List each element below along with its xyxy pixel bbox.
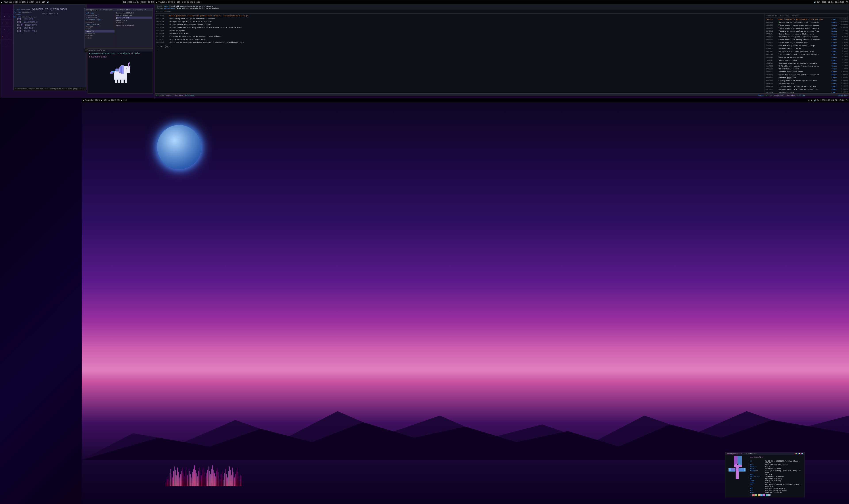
taskbar-sep-b: ■ xyxy=(101,99,102,102)
neo-info: emmet@snowfire ──────────────── OS: NixO… xyxy=(750,456,804,496)
git-commit-row-r[interactable]: 7f0946c ○ Fix for nix parser on install.… xyxy=(766,44,848,47)
todos-section: TODOs (14)_ xyxy=(156,45,763,52)
git-commit-row-r[interactable]: a560f54 ○ Trying some new power optimiza… xyxy=(766,79,848,82)
neo-logo xyxy=(726,456,748,483)
git-commit-row[interactable]: ef0c5bb ○ Switching back to gh as screen… xyxy=(156,17,763,20)
monitor-top-right: ▶ Youtube 100% ■ 59% ■ 100% 1% ■ 11% 🔊 S… xyxy=(155,0,849,96)
spectrum-bar xyxy=(170,469,171,486)
fm-header: emmet@snowfire: /home/emmet/.dotfiles/th… xyxy=(85,8,152,11)
taskbar-youtube-b[interactable]: Youtube xyxy=(85,99,93,102)
fm-item[interactable]: zenburn xyxy=(85,37,114,39)
fm-item[interactable]: selenized-light xyxy=(85,19,114,21)
git-commit-row-r[interactable]: df4eee9 ○ 3d printing is cool Emmet 1 we… xyxy=(766,68,848,70)
spectrum-bar xyxy=(166,482,166,486)
poke-sprite xyxy=(88,58,152,87)
qute-menu-history[interactable]: [S h] [History] xyxy=(17,24,83,26)
spectrum-bar xyxy=(178,472,179,486)
git-commit-row-r[interactable]: a2368b0 ○ Reverted to original uwunicorn… xyxy=(766,35,848,38)
neo-host-line: Host: ASUS COMPUTER INC. G513V xyxy=(750,464,804,466)
fm-item[interactable]: ald-hope xyxy=(85,12,114,14)
git-commit-row-r[interactable]: cef4238 ○ Updated uwunicorn theme Emmet … xyxy=(766,70,848,73)
git-commit-row-r[interactable]: 5b0f71b ○ Getting rid of some electron p… xyxy=(766,50,848,53)
color-swatch xyxy=(758,494,760,496)
spectrum-bar xyxy=(173,471,174,486)
fm-file-item[interactable]: background1.txt xyxy=(115,14,152,17)
color-swatch xyxy=(768,494,771,496)
neo-os-line: OS: NixOS 23.11.20231192.fa8086ad (Tapir… xyxy=(750,460,804,464)
git-commit-row-r[interactable]: 70a3f1c ○ Added magit-todos Emmet 1 week xyxy=(766,59,848,62)
fm-item[interactable]: twilight xyxy=(85,26,114,28)
git-commit-row-r[interactable]: c000313 ○ Cleaned up magit config Emmet … xyxy=(766,56,848,58)
spectrum-bar xyxy=(205,472,205,486)
git-commit-row-r[interactable]: 2774c0c ○ Extra lines to ensure flakes w… xyxy=(766,33,848,35)
bottom-moon xyxy=(157,125,201,169)
taskbar-icons: 🔊 xyxy=(47,1,49,3)
qute-menu-newtab[interactable]: [t] [New tab] xyxy=(17,27,83,30)
fm-right-panel: background256.txt background1.txt polari… xyxy=(115,11,152,48)
git-commit-row[interactable]: 53f97d3 ○ Testing if auto-cpufreq is sys… xyxy=(156,35,763,38)
git-commit-row-r[interactable]: bc318cc ○ Updated install notes Emmet 1 … xyxy=(766,47,848,50)
git-commit-row-r[interactable]: c1c7253 ○ I finally got agenda + syncthi… xyxy=(766,65,848,68)
git-commit-row[interactable]: bad2003 ○ Updated system xyxy=(156,29,763,32)
git-commit-row-r[interactable]: c39b760 ● Fixes recent qutebrowser updat… xyxy=(766,24,848,26)
spectrum-bar xyxy=(198,471,199,486)
git-commit-row[interactable]: a2650a0 ○ Reverted to original uwunicorn… xyxy=(156,41,763,43)
file-manager: emmet@snowfire: /home/emmet/.dotfiles/th… xyxy=(84,8,153,49)
git-commit-row[interactable]: f0b076d ○ Ranger dnd optimization + qb f… xyxy=(156,20,763,23)
git-commit-row[interactable]: 8780cd8 ○ Fixes flake not building when … xyxy=(156,26,763,29)
fm-left-panel: ald-hope selenized-dark selenized-dark s… xyxy=(85,11,115,48)
git-commit-row[interactable]: 2774c0c ○ Extra lines to ensure flakes w… xyxy=(156,38,763,41)
fm-item[interactable]: selenized-dark xyxy=(85,16,114,19)
git-commit-row-r[interactable]: 17cf138 ○ Fixes qemu user session uefi E… xyxy=(766,41,848,44)
fm-item[interactable]: tomorrow-night xyxy=(85,23,114,26)
fm-item[interactable]: spacedark xyxy=(85,21,114,23)
git-left-panel: dee0888 ● main gitea/main gitlab/main gi… xyxy=(155,14,765,93)
git-commit-row-r[interactable]: da94624 ○ Transitioned to flatpak obs fo… xyxy=(766,85,848,88)
spectrum-bar xyxy=(207,470,208,486)
git-commit-row-r[interactable]: e011f2b ○ Improved comment on agenda syn… xyxy=(766,62,848,65)
git-commit-row-r[interactable]: b3c7704 ○ Updated system Emmet 3 weeks xyxy=(766,91,848,93)
git-commit-row-r[interactable]: e4fe55c ○ Updated uwunicorn theme wallpa… xyxy=(766,88,848,91)
svg-rect-17 xyxy=(118,78,120,83)
fm-file-item[interactable]: README.org xyxy=(115,19,152,21)
git-commit-row[interactable]: a958d60 ○ Removed some bloat xyxy=(156,32,763,35)
svg-rect-11 xyxy=(129,62,130,64)
spectrum-bar xyxy=(218,472,218,486)
qute-menu-quickmarks[interactable]: [b] [Quickmarks] xyxy=(17,21,83,23)
git-commit-row-r[interactable]: 5a6b619 ○ Pinned embark and reorganized … xyxy=(766,53,848,56)
fm-file-item[interactable]: uwunicorn-yt.yaml xyxy=(115,24,152,26)
git-commit-row[interactable]: 4e66fb9 ○ Fixes recent qutebrowser updat… xyxy=(156,23,763,26)
qute-menu-closetab[interactable]: [x] [Close tab] xyxy=(17,30,83,33)
fm-file-item[interactable]: LICENSE xyxy=(115,21,152,24)
fm-file-item[interactable]: background256.txt xyxy=(115,12,152,14)
git-commit-row-r[interactable]: 5af93d2 ○ Testing if auto-cpufreq is sys… xyxy=(766,30,848,33)
spectrum-bar xyxy=(210,474,211,486)
fm-item[interactable]: woodland xyxy=(85,35,114,37)
fm-file-item-selected[interactable]: polarity.txt xyxy=(115,17,152,19)
taskbar-youtube-r[interactable]: Youtube xyxy=(158,1,167,3)
spectrum-bar xyxy=(185,470,185,486)
color-swatch xyxy=(763,494,765,496)
taskbar-bottom: ▶ Youtube 100% ■ 59% ■ 100% 1% ■ 11% ⚙ 🖥… xyxy=(82,98,849,102)
fm-item[interactable]: windows-95 xyxy=(85,33,114,35)
taskbar-cpu1: 100% xyxy=(13,1,18,3)
fm-item[interactable]: ubuntu xyxy=(85,28,114,30)
git-commit-row-r[interactable]: 5a946a4 ○ Updated system Emmet 2 weeks xyxy=(766,82,848,85)
taskbar-cpu-b4: 100% xyxy=(111,99,116,102)
taskbar-youtube[interactable]: Youtube xyxy=(3,1,12,3)
spectrum-bar xyxy=(223,476,223,486)
neo-icons-line: Icons: alacritty xyxy=(750,482,804,483)
git-commit-row-r[interactable]: f9a7c38 ● main gitea/main github/main Fi… xyxy=(766,18,848,21)
git-commit-row-r[interactable]: b0b6270 ○ Fixes for waybar and patched c… xyxy=(766,73,848,76)
git-commit-row-r[interactable]: 4990104 ● Ranger dnd optimization + qb f… xyxy=(766,21,848,24)
git-commit-row-r[interactable]: bb01640 ○ Updated pypyland Emmet 2 weeks xyxy=(766,76,848,79)
fm-item[interactable]: selenized-dark xyxy=(85,14,114,16)
git-commit-row-r[interactable]: 9591656 ○ Fixes flake not building when … xyxy=(766,27,848,30)
fm-item-selected[interactable]: uwunicorn xyxy=(85,30,114,33)
git-commit-row-r[interactable]: b0b60c8 ○ Extra detail on adding unstabl… xyxy=(766,38,848,41)
git-commit-row[interactable]: dee0888 ● main gitea/main gitlab/main gi… xyxy=(156,14,763,17)
svg-rect-37 xyxy=(738,468,744,471)
neo-packages-line: Packages: 1305 (nix-system), 2782 (nix-u… xyxy=(750,470,804,473)
git-right-panel: Commits in --branches --remotes f9a7c38 … xyxy=(765,14,849,93)
spectrum-bar xyxy=(229,471,229,486)
